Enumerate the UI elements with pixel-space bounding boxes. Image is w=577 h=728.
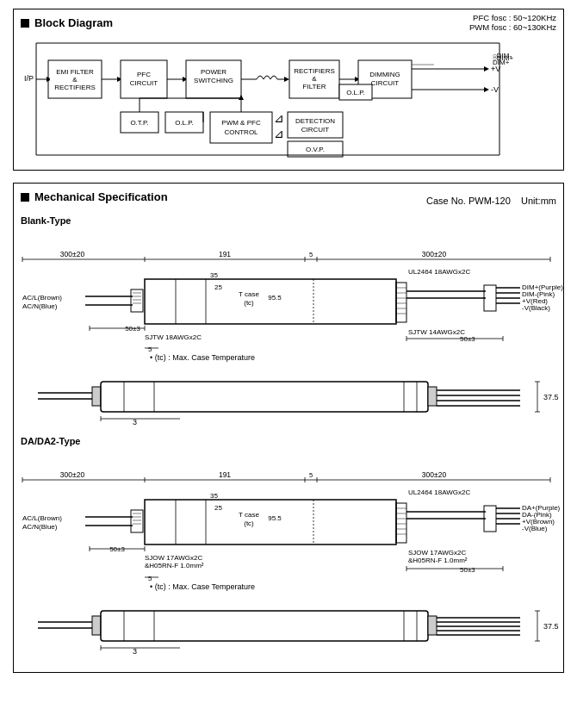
- da-type-label: DA/DA2-Type: [21, 436, 556, 446]
- svg-marker-32: [484, 87, 489, 92]
- svg-text:PWM & PFC: PWM & PFC: [221, 119, 261, 127]
- svg-rect-131: [101, 382, 428, 412]
- svg-text:95.5: 95.5: [268, 514, 282, 522]
- svg-text:• (tc) : Max. Case Temperature: • (tc) : Max. Case Temperature: [150, 353, 255, 362]
- svg-text:RECTIFIERS: RECTIFIERS: [54, 84, 96, 91]
- svg-text:T case: T case: [239, 290, 259, 298]
- svg-text:-V(Blue): -V(Blue): [522, 525, 548, 532]
- svg-text:191: 191: [219, 470, 231, 479]
- svg-text:T case: T case: [239, 511, 259, 519]
- mech-header: Mechanical Specification: [21, 190, 168, 203]
- svg-rect-222: [428, 616, 437, 635]
- svg-text:50±3: 50±3: [460, 566, 475, 574]
- ip-label: I/P: [24, 74, 34, 83]
- svg-text:PFC: PFC: [137, 71, 151, 78]
- svg-text:300±20: 300±20: [422, 470, 447, 479]
- svg-text:DETECTION: DETECTION: [295, 117, 335, 125]
- svg-rect-44: [210, 112, 272, 143]
- svg-rect-130: [92, 387, 101, 406]
- freq-pfc: PFC fosc : 50~120KHz: [469, 13, 556, 22]
- svg-text:37.5: 37.5: [543, 622, 559, 631]
- svg-rect-49: [288, 112, 343, 138]
- svg-text:300±20: 300±20: [422, 250, 447, 258]
- svg-rect-196: [484, 506, 496, 532]
- mech-title: Mechanical Specification: [34, 190, 168, 203]
- svg-text:UL2464 18AWGx2C: UL2464 18AWGx2C: [408, 488, 470, 496]
- svg-text:O.T.P.: O.T.P.: [130, 119, 148, 127]
- blank-type-side: 37.5 3: [21, 371, 556, 429]
- svg-text:SJTW 14AWGx2C: SJTW 14AWGx2C: [408, 328, 465, 336]
- svg-text:UL2464 18AWGx2C: UL2464 18AWGx2C: [408, 268, 470, 276]
- case-info: Case No. PWM-120 Unit:mm: [426, 196, 556, 206]
- svg-rect-136: [428, 387, 437, 406]
- da-side-svg: 37.5 3: [21, 600, 572, 656]
- svg-text:25: 25: [214, 504, 222, 512]
- svg-text:AC/N(Blue): AC/N(Blue): [22, 523, 58, 531]
- svg-text:3: 3: [133, 647, 137, 656]
- svg-text:(tc): (tc): [244, 299, 254, 307]
- svg-text:AC/L(Brown): AC/L(Brown): [22, 294, 62, 302]
- svg-text:POWER: POWER: [201, 68, 226, 76]
- mech-square: [21, 193, 29, 202]
- svg-rect-186: [396, 503, 406, 543]
- svg-text:SJTW 18AWGx2C: SJTW 18AWGx2C: [145, 333, 202, 341]
- mech-section: Mechanical Specification Case No. PWM-12…: [13, 183, 564, 673]
- svg-text:O.V.P.: O.V.P.: [306, 146, 325, 153]
- header-square: [21, 19, 29, 28]
- svg-text:35: 35: [210, 271, 218, 279]
- svg-point-63: [47, 78, 50, 81]
- svg-text:FILTER: FILTER: [303, 83, 326, 90]
- svg-marker-29: [484, 66, 489, 72]
- svg-text:191: 191: [219, 250, 231, 258]
- svg-text:5: 5: [148, 575, 152, 582]
- svg-text:CIRCUIT: CIRCUIT: [301, 126, 330, 134]
- blank-type-svg: AC/L(Brown) AC/N(Blue) 300±20 191: [21, 229, 572, 363]
- svg-text:DIMMING: DIMMING: [369, 71, 400, 78]
- svg-text:SJOW 17AWGx2C: SJOW 17AWGx2C: [145, 554, 202, 562]
- svg-text:37.5: 37.5: [543, 393, 559, 401]
- freq-pwm: PWM fosc : 60~130KHz: [469, 22, 556, 32]
- svg-text:5: 5: [148, 345, 152, 353]
- svg-text:SWITCHING: SWITCHING: [194, 77, 233, 84]
- svg-text:5: 5: [309, 471, 313, 479]
- svg-text:&H05RN-F 1.0mm²: &H05RN-F 1.0mm²: [408, 557, 468, 564]
- svg-text:O.L.P.: O.L.P.: [175, 119, 194, 127]
- svg-text:50±3: 50±3: [460, 335, 475, 343]
- svg-text:CONTROL: CONTROL: [224, 128, 258, 136]
- svg-text:CIRCUIT: CIRCUIT: [371, 79, 400, 87]
- freq-info: PFC fosc : 50~120KHz PWM fosc : 60~130KH…: [469, 13, 556, 32]
- block-diagram-svg: I/P EMI FILTER & RECTIFIERS PFC CIRCUIT …: [21, 36, 563, 161]
- svg-text:300±20: 300±20: [60, 250, 85, 258]
- svg-text:3: 3: [133, 418, 137, 426]
- svg-text:-V(Black): -V(Black): [522, 304, 550, 312]
- svg-text:35: 35: [210, 492, 218, 500]
- svg-rect-157: [145, 500, 396, 544]
- block-diagram-title: Block Diagram: [34, 16, 113, 29]
- svg-text:5: 5: [309, 251, 313, 258]
- unit: Unit:mm: [521, 196, 556, 206]
- da-type-side: 37.5 3: [21, 600, 556, 658]
- svg-text:AC/L(Brown): AC/L(Brown): [22, 514, 62, 522]
- svg-text:(tc): (tc): [244, 520, 254, 527]
- svg-text:○DIM-: ○DIM-: [493, 52, 512, 59]
- mech-header-row: Mechanical Specification Case No. PWM-12…: [21, 190, 556, 210]
- svg-text:&H05RN-F 1.0mm²: &H05RN-F 1.0mm²: [145, 562, 204, 569]
- svg-rect-216: [92, 616, 101, 635]
- svg-text:SJOW 17AWGx2C: SJOW 17AWGx2C: [408, 549, 466, 557]
- svg-text:⊿: ⊿: [274, 111, 284, 125]
- svg-text:50±3: 50±3: [125, 325, 140, 333]
- svg-rect-111: [484, 285, 496, 311]
- svg-text:AC/N(Blue): AC/N(Blue): [22, 302, 58, 310]
- svg-text:300±20: 300±20: [60, 470, 85, 479]
- svg-rect-217: [101, 611, 428, 641]
- svg-text:CIRCUIT: CIRCUIT: [130, 79, 158, 87]
- block-diagram-section: Block Diagram PFC fosc : 50~120KHz PWM f…: [13, 9, 564, 171]
- da-type-diagram: AC/L(Brown) AC/N(Blue) 300±20 191 5: [21, 450, 556, 594]
- blank-type-diagram: AC/L(Brown) AC/N(Blue) 300±20 191: [21, 229, 556, 364]
- da-type-svg: AC/L(Brown) AC/N(Blue) 300±20 191 5: [21, 450, 572, 592]
- svg-text:O.L.P.: O.L.P.: [346, 89, 365, 96]
- svg-text:&: &: [72, 76, 78, 84]
- svg-text:50±3: 50±3: [109, 545, 125, 553]
- svg-rect-101: [396, 283, 406, 322]
- case-no: Case No. PWM-120: [426, 196, 511, 206]
